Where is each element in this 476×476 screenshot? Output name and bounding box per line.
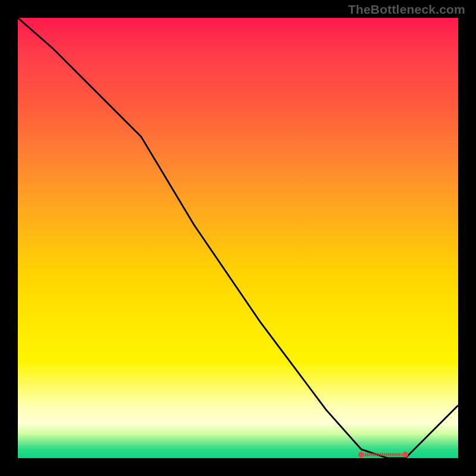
line-series-curve — [18, 18, 458, 458]
marker-dot — [359, 452, 364, 458]
watermark-text: TheBottleneck.com — [348, 2, 465, 17]
chart-svg — [18, 18, 458, 458]
plot-area — [18, 18, 458, 458]
marker-dot — [403, 452, 408, 458]
chart-container: TheBottleneck.com — [0, 0, 476, 476]
